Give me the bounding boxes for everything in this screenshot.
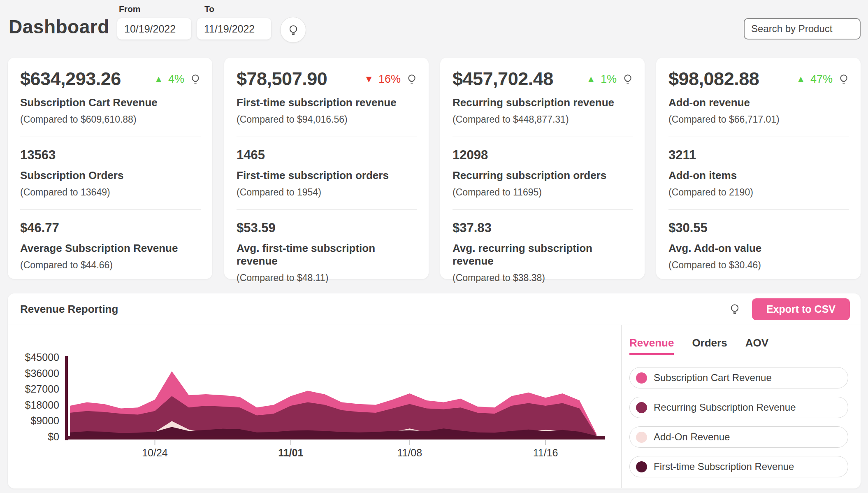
change-indicator: ▼ 16%: [364, 73, 418, 86]
to-date-input[interactable]: 11/19/2022: [197, 18, 271, 40]
change-indicator: ▲ 47%: [796, 73, 850, 86]
search-input[interactable]: [751, 23, 868, 35]
lightbulb-icon[interactable]: [622, 73, 634, 85]
revenue-compare: (Compared to $448,877.31): [453, 114, 633, 125]
svg-text:$9000: $9000: [30, 415, 59, 426]
svg-text:$36000: $36000: [25, 367, 59, 379]
legend-dot: [636, 372, 647, 384]
legend-item-first-time[interactable]: First-time Subscription Revenue: [629, 456, 848, 477]
avg-label: Avg. Add-on value: [668, 242, 849, 255]
revenue-chart: $0$9000$18000$27000$36000$4500010/2411/0…: [16, 348, 617, 471]
stat-card-subscription-cart: $634,293.26 ▲ 4% Subscription Cart Reven…: [8, 58, 212, 279]
orders-label: Recurring subscription orders: [453, 169, 633, 182]
legend-item-recurring[interactable]: Recurring Subscription Revenue: [629, 397, 848, 418]
svg-text:10/24: 10/24: [142, 447, 168, 458]
tab-aov[interactable]: AOV: [745, 337, 768, 355]
orders-label: First-time subscription orders: [237, 169, 417, 182]
orders-value: 12098: [453, 148, 633, 163]
to-label: To: [204, 4, 214, 14]
change-percent: 4%: [168, 73, 184, 86]
lightbulb-icon[interactable]: [728, 302, 741, 316]
change-percent: 16%: [378, 73, 401, 86]
legend-label: First-time Subscription Revenue: [654, 461, 794, 472]
orders-compare: (Compared to 1954): [237, 187, 417, 198]
svg-text:$27000: $27000: [25, 383, 59, 395]
tab-revenue[interactable]: Revenue: [629, 337, 674, 355]
export-csv-button[interactable]: Export to CSV: [752, 298, 850, 320]
from-label: From: [119, 4, 141, 14]
orders-value: 1465: [237, 148, 417, 163]
orders-value: 3211: [668, 148, 849, 163]
legend-label: Add-On Revenue: [654, 431, 730, 443]
date-range-hint-button[interactable]: [280, 17, 306, 43]
page-title: Dashboard: [9, 16, 109, 38]
avg-value: $46.77: [20, 221, 201, 235]
revenue-reporting-card: Revenue Reporting Export to CSV $0$9000$…: [8, 293, 861, 488]
revenue-label: First-time subscription revenue: [237, 96, 417, 109]
avg-compare: (Compared to $48.11): [237, 272, 417, 284]
orders-compare: (Compared to 11695): [453, 187, 633, 198]
avg-compare: (Compared to $44.66): [20, 260, 201, 271]
trend-arrow-icon: ▲: [154, 74, 163, 84]
orders-compare: (Compared to 2190): [668, 187, 849, 198]
orders-compare: (Compared to 13649): [20, 187, 201, 198]
change-percent: 47%: [810, 73, 833, 86]
stat-card-first-time: $78,507.90 ▼ 16% First-time subscription…: [224, 58, 429, 279]
revenue-value: $78,507.90: [237, 68, 327, 90]
legend-dot: [636, 461, 647, 472]
revenue-value: $634,293.26: [20, 68, 121, 90]
svg-text:$45000: $45000: [25, 351, 59, 363]
avg-label: Avg. first-time subscription revenue: [237, 242, 417, 267]
panel-divider: [621, 325, 622, 488]
svg-text:$18000: $18000: [25, 399, 59, 411]
legend-dot: [636, 432, 647, 443]
legend-dot: [636, 402, 647, 413]
lightbulb-icon: [287, 23, 300, 37]
revenue-label: Subscription Cart Revenue: [20, 96, 201, 109]
chart-tabs: Revenue Orders AOV: [629, 337, 852, 355]
svg-text:11/01: 11/01: [278, 447, 303, 458]
change-indicator: ▲ 1%: [586, 73, 634, 86]
divider: [237, 137, 417, 137]
revenue-value: $457,702.48: [453, 68, 553, 90]
from-date-input[interactable]: 10/19/2022: [117, 18, 191, 40]
svg-text:$0: $0: [48, 431, 59, 442]
legend-item-subscription-cart[interactable]: Subscription Cart Revenue: [629, 367, 848, 388]
revenue-compare: (Compared to $94,016.56): [237, 114, 417, 125]
revenue-label: Add-on revenue: [668, 96, 849, 109]
avg-value: $30.55: [668, 221, 849, 235]
divider: [453, 209, 633, 210]
stat-card-add-on: $98,082.88 ▲ 47% Add-on revenue (Compare…: [656, 58, 861, 279]
change-percent: 1%: [601, 73, 617, 86]
legend-item-add-on[interactable]: Add-On Revenue: [629, 426, 848, 448]
stat-card-recurring: $457,702.48 ▲ 1% Recurring subscription …: [440, 58, 645, 279]
divider: [237, 209, 417, 210]
chart-legend: Subscription Cart Revenue Recurring Subs…: [629, 367, 852, 477]
search-box[interactable]: [744, 18, 861, 40]
orders-label: Add-on items: [668, 169, 849, 182]
divider: [668, 209, 849, 210]
divider: [20, 209, 201, 210]
divider: [453, 137, 633, 137]
revenue-label: Recurring subscription revenue: [453, 96, 633, 109]
avg-compare: (Compared to $38.38): [453, 272, 633, 284]
trend-arrow-icon: ▲: [586, 74, 596, 84]
svg-text:11/16: 11/16: [533, 447, 558, 458]
orders-label: Subscription Orders: [20, 169, 201, 182]
avg-label: Average Subscription Revenue: [20, 242, 201, 255]
revenue-compare: (Compared to $609,610.88): [20, 114, 201, 125]
trend-arrow-icon: ▲: [796, 74, 805, 84]
avg-value: $53.59: [237, 221, 417, 235]
change-indicator: ▲ 4%: [154, 73, 202, 86]
revenue-compare: (Compared to $66,717.01): [668, 114, 849, 125]
tab-orders[interactable]: Orders: [692, 337, 727, 355]
trend-arrow-icon: ▼: [364, 74, 374, 84]
revenue-value: $98,082.88: [668, 68, 759, 90]
lightbulb-icon[interactable]: [189, 73, 202, 85]
orders-value: 13563: [20, 148, 201, 163]
legend-label: Subscription Cart Revenue: [654, 372, 772, 384]
lightbulb-icon[interactable]: [838, 73, 850, 85]
avg-value: $37.83: [453, 221, 633, 235]
report-title: Revenue Reporting: [20, 303, 118, 316]
lightbulb-icon[interactable]: [406, 73, 418, 85]
